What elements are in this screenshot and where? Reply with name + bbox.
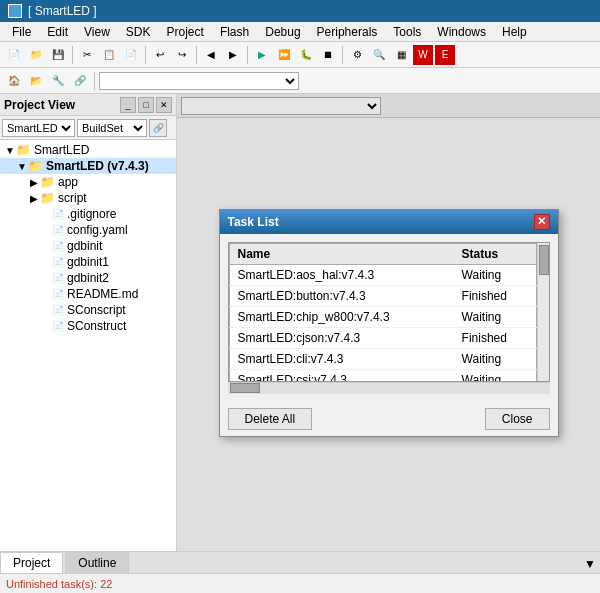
menu-help[interactable]: Help [494, 23, 535, 41]
toolbar-cut[interactable]: ✂ [77, 45, 97, 65]
separator3 [196, 46, 197, 64]
tree-item-gdbinit2[interactable]: 📄 gdbinit2 [0, 270, 176, 286]
separator5 [342, 46, 343, 64]
table-row[interactable]: SmartLED:button:v7.4.3Finished [229, 285, 536, 306]
tree-label-app: app [58, 175, 78, 189]
main-toolbar: 📄 📁 💾 ✂ 📋 📄 ↩ ↪ ◀ ▶ ▶ ⏩ 🐛 ⏹ ⚙ 🔍 ▦ W E [0, 42, 600, 68]
modal-close-button[interactable]: ✕ [534, 214, 550, 230]
scrollbar-thumb [539, 245, 549, 275]
menu-file[interactable]: File [4, 23, 39, 41]
menu-sdk[interactable]: SDK [118, 23, 159, 41]
status-message: Unfinished task(s): 22 [6, 578, 112, 590]
toolbar-debug-btn[interactable]: 🐛 [296, 45, 316, 65]
tree-item-script[interactable]: ▶ 📁 script [0, 190, 176, 206]
menu-view[interactable]: View [76, 23, 118, 41]
task-status-cell: Waiting [454, 264, 536, 285]
sidebar-close-icon[interactable]: ✕ [156, 97, 172, 113]
toolbar2-btn2[interactable]: 📂 [26, 71, 46, 91]
menu-edit[interactable]: Edit [39, 23, 76, 41]
tree-label-sconstruct: SConstruct [67, 319, 126, 333]
tree-label-smartled: SmartLED (v7.4.3) [46, 159, 149, 173]
project-dropdown[interactable]: SmartLED [2, 119, 75, 137]
toolbar-build[interactable]: ▶ [252, 45, 272, 65]
sidebar-minimize-icon[interactable]: _ [120, 97, 136, 113]
delete-all-button[interactable]: Delete All [228, 408, 313, 430]
menu-debug[interactable]: Debug [257, 23, 308, 41]
file-icon-sconscript: 📄 [52, 305, 64, 316]
sidebar-maximize-icon[interactable]: □ [138, 97, 154, 113]
modal-scrollbar[interactable] [537, 243, 549, 381]
modal-table-inner[interactable]: Name Status SmartLED:aos_hal:v7.4.3Waiti… [229, 243, 537, 381]
close-button[interactable]: Close [485, 408, 550, 430]
toolbar-extra2[interactable]: E [435, 45, 455, 65]
toolbar-undo[interactable]: ↩ [150, 45, 170, 65]
toolbar-redo[interactable]: ↪ [172, 45, 192, 65]
tab-outline[interactable]: Outline [65, 552, 129, 573]
tree-label-gdbinit2: gdbinit2 [67, 271, 109, 285]
modal-body: Name Status SmartLED:aos_hal:v7.4.3Waiti… [220, 234, 558, 402]
task-name-cell: SmartLED:csi:v7.4.3 [229, 369, 454, 381]
tree-item-config[interactable]: 📄 config.yaml [0, 222, 176, 238]
tree-item-sconscript[interactable]: 📄 SConscript [0, 302, 176, 318]
toolbar-grid[interactable]: ▦ [391, 45, 411, 65]
file-icon-sconstruct: 📄 [52, 321, 64, 332]
menu-project[interactable]: Project [159, 23, 212, 41]
tab-dropdown[interactable]: ▼ [580, 555, 600, 573]
tree-item-root[interactable]: ▼ 📁 SmartLED [0, 142, 176, 158]
menu-tools[interactable]: Tools [385, 23, 429, 41]
menu-flash[interactable]: Flash [212, 23, 257, 41]
tree-label-script: script [58, 191, 87, 205]
toolbar-forward[interactable]: ▶ [223, 45, 243, 65]
tree-item-gdbinit1[interactable]: 📄 gdbinit1 [0, 254, 176, 270]
menu-peripherals[interactable]: Peripherals [309, 23, 386, 41]
task-status-cell: Waiting [454, 369, 536, 381]
menu-windows[interactable]: Windows [429, 23, 494, 41]
modal-hscrollbar[interactable] [228, 382, 550, 394]
modal-title: Task List [228, 215, 279, 229]
tree-item-readme[interactable]: 📄 README.md [0, 286, 176, 302]
toolbar-back[interactable]: ◀ [201, 45, 221, 65]
toolbar-settings[interactable]: ⚙ [347, 45, 367, 65]
toolbar-save[interactable]: 💾 [48, 45, 68, 65]
toolbar-stop[interactable]: ⏹ [318, 45, 338, 65]
toolbar-search[interactable]: 🔍 [369, 45, 389, 65]
sidebar: Project View _ □ ✕ SmartLED BuildSet 🔗 ▼… [0, 94, 177, 551]
toolbar-extra1[interactable]: W [413, 45, 433, 65]
tree-arrow-script: ▶ [28, 193, 40, 204]
separator4 [247, 46, 248, 64]
tab-project[interactable]: Project [0, 552, 63, 573]
toolbar-copy[interactable]: 📋 [99, 45, 119, 65]
toolbar-build2[interactable]: ⏩ [274, 45, 294, 65]
tree-item-sconstruct[interactable]: 📄 SConstruct [0, 318, 176, 334]
buildset-dropdown[interactable]: BuildSet [77, 119, 147, 137]
sep6 [94, 72, 95, 90]
table-row[interactable]: SmartLED:csi:v7.4.3Waiting [229, 369, 536, 381]
task-name-cell: SmartLED:chip_w800:v7.4.3 [229, 306, 454, 327]
sidebar-link-icon[interactable]: 🔗 [149, 119, 167, 137]
tree-label-gdbinit: gdbinit [67, 239, 102, 253]
toolbar2-btn1[interactable]: 🏠 [4, 71, 24, 91]
tree-item-smartled[interactable]: ▼ 📁 SmartLED (v7.4.3) [0, 158, 176, 174]
menu-bar: File Edit View SDK Project Flash Debug P… [0, 22, 600, 42]
toolbar-new[interactable]: 📄 [4, 45, 24, 65]
tree-label-gdbinit1: gdbinit1 [67, 255, 109, 269]
table-row[interactable]: SmartLED:chip_w800:v7.4.3Waiting [229, 306, 536, 327]
toolbar-open[interactable]: 📁 [26, 45, 46, 65]
task-status-cell: Waiting [454, 306, 536, 327]
task-status-cell: Finished [454, 327, 536, 348]
folder-icon-smartled: 📁 [28, 159, 43, 173]
toolbar2-btn4[interactable]: 🔗 [70, 71, 90, 91]
task-name-cell: SmartLED:cli:v7.4.3 [229, 348, 454, 369]
table-row[interactable]: SmartLED:aos_hal:v7.4.3Waiting [229, 264, 536, 285]
tree-item-gdbinit[interactable]: 📄 gdbinit [0, 238, 176, 254]
toolbar-paste[interactable]: 📄 [121, 45, 141, 65]
table-row[interactable]: SmartLED:cli:v7.4.3Waiting [229, 348, 536, 369]
toolbar2-btn3[interactable]: 🔧 [48, 71, 68, 91]
hscroll-thumb [230, 383, 260, 393]
table-row[interactable]: SmartLED:cjson:v7.4.3Finished [229, 327, 536, 348]
tree-item-gitignore[interactable]: 📄 .gitignore [0, 206, 176, 222]
tree-item-app[interactable]: ▶ 📁 app [0, 174, 176, 190]
table-header-row: Name Status [229, 243, 536, 264]
toolbar2-dropdown[interactable] [99, 72, 299, 90]
task-name-cell: SmartLED:button:v7.4.3 [229, 285, 454, 306]
